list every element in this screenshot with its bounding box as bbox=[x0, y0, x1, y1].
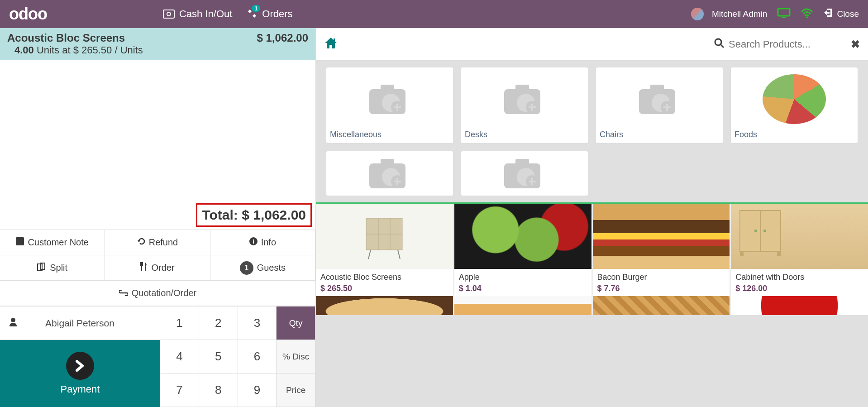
numpad-7[interactable]: 7 bbox=[160, 373, 199, 407]
payment-label: Payment bbox=[61, 383, 100, 395]
svg-point-4 bbox=[806, 16, 808, 18]
product-panel: ✖ Miscellaneous Desks Chairs Foods bbox=[315, 28, 868, 407]
category-label: Foods bbox=[734, 128, 855, 140]
product-name: Acoustic Bloc Screens bbox=[316, 269, 453, 284]
numpad-1[interactable]: 1 bbox=[160, 306, 199, 340]
product-price: $ 265.50 bbox=[316, 284, 453, 293]
clear-search-icon[interactable]: ✖ bbox=[851, 38, 860, 51]
search-icon bbox=[714, 38, 724, 50]
numpad-4[interactable]: 4 bbox=[160, 340, 199, 373]
product-partial[interactable] bbox=[316, 296, 453, 315]
svg-line-41 bbox=[398, 250, 400, 259]
svg-rect-17 bbox=[381, 85, 394, 91]
line-detail: 4.00 Units at $ 265.50 / Units bbox=[7, 44, 308, 56]
product-bacon-burger[interactable]: Bacon Burger $ 7.76 bbox=[593, 204, 730, 296]
numpad-2[interactable]: 2 bbox=[199, 306, 238, 340]
orders-label: Orders bbox=[262, 8, 292, 20]
svg-rect-5 bbox=[16, 237, 24, 245]
svg-rect-47 bbox=[777, 251, 781, 256]
search-input[interactable] bbox=[729, 38, 846, 50]
orders-badge: 1 bbox=[252, 5, 260, 12]
payment-button[interactable]: Payment bbox=[0, 340, 160, 407]
undo-icon bbox=[137, 237, 145, 248]
quotation-order-button[interactable]: Quotation/Order bbox=[0, 281, 315, 306]
svg-point-45 bbox=[763, 230, 766, 232]
category-foods[interactable]: Foods bbox=[730, 67, 858, 144]
product-price: $ 7.76 bbox=[593, 284, 730, 293]
close-label: Close bbox=[837, 9, 859, 19]
note-icon bbox=[16, 237, 24, 248]
chevron-right-icon bbox=[66, 352, 94, 380]
category-label: Desks bbox=[464, 128, 585, 140]
info-button[interactable]: i Info bbox=[210, 230, 315, 255]
svg-rect-29 bbox=[381, 159, 394, 165]
category-misc[interactable]: Miscellaneous bbox=[326, 67, 453, 144]
product-image bbox=[316, 204, 453, 269]
control-pad: Customer Note Refund i Info Split Order … bbox=[0, 230, 315, 306]
cash-in-out-button[interactable]: Cash In/Out bbox=[156, 8, 239, 20]
numpad-5[interactable]: 5 bbox=[199, 340, 238, 373]
customer-note-button[interactable]: Customer Note bbox=[0, 230, 105, 255]
product-partial[interactable] bbox=[593, 296, 730, 315]
numpad-8[interactable]: 8 bbox=[199, 373, 238, 407]
category-label: Miscellaneous bbox=[329, 128, 450, 140]
numpad-6[interactable]: 6 bbox=[238, 340, 277, 373]
line-total: $ 1,062.00 bbox=[257, 32, 308, 44]
info-icon: i bbox=[249, 237, 258, 248]
product-partial[interactable] bbox=[731, 296, 868, 315]
svg-line-40 bbox=[368, 250, 371, 259]
category-partial-1[interactable] bbox=[326, 151, 453, 196]
svg-point-13 bbox=[11, 318, 15, 322]
category-desks[interactable]: Desks bbox=[461, 67, 588, 144]
product-apple[interactable]: Apple $ 1.04 bbox=[454, 204, 591, 296]
svg-point-44 bbox=[754, 230, 757, 232]
svg-point-15 bbox=[715, 39, 721, 45]
orders-button[interactable]: 1 Orders bbox=[239, 8, 300, 20]
numpad: 1 2 3 Qty 4 5 6 % Disc 7 8 9 Price bbox=[160, 306, 315, 407]
product-grid: Acoustic Bloc Screens $ 265.50 Apple $ 1… bbox=[316, 204, 868, 296]
svg-rect-0 bbox=[163, 10, 174, 18]
user-menu[interactable]: Mitchell Admin bbox=[691, 8, 768, 20]
wifi-status-icon[interactable] bbox=[801, 8, 813, 20]
refund-button[interactable]: Refund bbox=[105, 230, 210, 255]
cash-label: Cash In/Out bbox=[179, 8, 232, 20]
cash-icon bbox=[163, 10, 175, 19]
product-cabinet-with-doors[interactable]: Cabinet with Doors $ 126.00 bbox=[731, 204, 868, 296]
customer-button[interactable]: Abigail Peterson bbox=[0, 306, 160, 340]
topbar: odoo Cash In/Out 1 Orders Mitchell Admin bbox=[0, 0, 868, 28]
order-line[interactable]: Acoustic Bloc Screens $ 1,062.00 4.00 Un… bbox=[0, 28, 315, 60]
category-label: Chairs bbox=[599, 128, 720, 140]
svg-rect-10 bbox=[141, 262, 142, 271]
numpad-price-mode[interactable]: Price bbox=[277, 373, 315, 407]
svg-rect-14 bbox=[334, 38, 335, 41]
signout-icon bbox=[823, 8, 833, 20]
category-partial-2[interactable] bbox=[461, 151, 588, 196]
close-button[interactable]: Close bbox=[823, 8, 859, 20]
product-price: $ 1.04 bbox=[454, 284, 591, 293]
numpad-9[interactable]: 9 bbox=[238, 373, 277, 407]
order-button[interactable]: Order bbox=[105, 255, 210, 281]
product-grid-row-partial bbox=[316, 296, 868, 315]
person-icon bbox=[9, 317, 17, 329]
numpad-disc-mode[interactable]: % Disc bbox=[277, 340, 315, 373]
svg-point-1 bbox=[167, 12, 171, 16]
brand-logo: odoo bbox=[9, 5, 47, 24]
product-image bbox=[454, 204, 591, 269]
split-button[interactable]: Split bbox=[0, 255, 105, 281]
product-name: Cabinet with Doors bbox=[731, 269, 868, 284]
svg-text:i: i bbox=[253, 238, 254, 245]
product-price: $ 126.00 bbox=[731, 284, 868, 293]
order-total: Total: $ 1,062.00 bbox=[196, 203, 312, 227]
product-acoustic-bloc-screens[interactable]: Acoustic Bloc Screens $ 265.50 bbox=[316, 204, 453, 296]
line-product-name: Acoustic Bloc Screens bbox=[7, 32, 125, 44]
numpad-qty-mode[interactable]: Qty bbox=[277, 306, 315, 340]
home-icon[interactable] bbox=[324, 37, 338, 52]
category-chairs[interactable]: Chairs bbox=[596, 67, 723, 144]
svg-rect-33 bbox=[515, 159, 529, 165]
cutlery-icon bbox=[140, 262, 148, 273]
screen-status-icon[interactable] bbox=[777, 8, 791, 21]
svg-rect-2 bbox=[778, 9, 790, 16]
numpad-3[interactable]: 3 bbox=[238, 306, 277, 340]
guests-button[interactable]: 1 Guests bbox=[210, 255, 315, 281]
product-partial[interactable] bbox=[454, 296, 591, 315]
